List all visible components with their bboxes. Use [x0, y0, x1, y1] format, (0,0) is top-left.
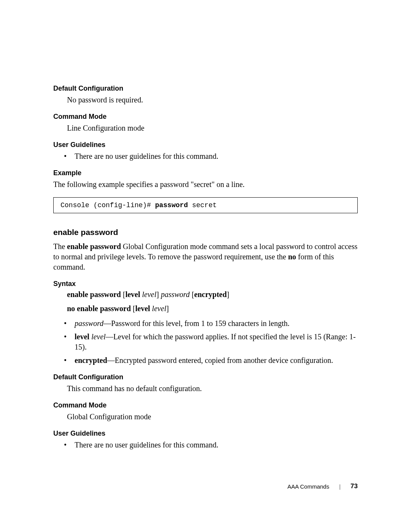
- dash-separator: —: [104, 319, 111, 328]
- section-enable-password: enable password The enable password Glob…: [53, 228, 358, 272]
- heading-command-mode: Command Mode: [53, 113, 358, 121]
- bullet-list: There are no user guidelines for this co…: [53, 151, 358, 161]
- heading-command-mode: Command Mode: [53, 401, 358, 409]
- syntax-bracket: ]: [227, 290, 229, 299]
- syntax-line-2: no enable password [level level]: [53, 304, 358, 313]
- body-text: This command has no default configuratio…: [53, 383, 358, 394]
- list-item: There are no user guidelines for this co…: [53, 151, 358, 161]
- syntax-bracket: ]: [156, 290, 161, 299]
- bullet-list: There are no user guidelines for this co…: [53, 440, 358, 450]
- body-text: The following example specifies a passwo…: [53, 179, 358, 190]
- param-name-bold: encrypted: [75, 356, 107, 364]
- section-syntax: Syntax enable password [level level] pas…: [53, 280, 358, 366]
- syntax-bullet-list: password—Password for this level, from 1…: [53, 318, 358, 366]
- heading-default-configuration: Default Configuration: [53, 373, 358, 381]
- footer-page-number: 73: [350, 482, 358, 490]
- section-default-configuration-2: Default Configuration This command has n…: [53, 373, 358, 394]
- page-footer: AAA Commands | 73: [287, 482, 358, 490]
- heading-enable-password: enable password: [53, 228, 358, 237]
- body-text: Line Configuration mode: [53, 123, 358, 133]
- syntax-variable: password: [161, 290, 192, 299]
- syntax-variable: level: [142, 290, 156, 299]
- dash-separator: —: [106, 332, 113, 341]
- section-command-mode-1: Command Mode Line Configuration mode: [53, 113, 358, 133]
- heading-user-guidelines: User Guidelines: [53, 141, 358, 149]
- heading-example: Example: [53, 169, 358, 177]
- code-prefix: Console (config-line)#: [61, 201, 155, 209]
- bold-term: enable password: [67, 242, 121, 251]
- syntax-token: level: [135, 304, 152, 313]
- code-block: Console (config-line)# password secret: [53, 197, 358, 213]
- section-example: Example The following example specifies …: [53, 169, 358, 213]
- section-user-guidelines-2: User Guidelines There are no user guidel…: [53, 430, 358, 450]
- list-item: encrypted—Encrypted password entered, co…: [53, 355, 358, 366]
- heading-user-guidelines: User Guidelines: [53, 430, 358, 438]
- param-name-italic: password: [75, 319, 104, 328]
- section-command-mode-2: Command Mode Global Configuration mode: [53, 401, 358, 422]
- syntax-bracket: ]: [166, 304, 169, 313]
- param-desc: Encrypted password entered, copied from …: [115, 356, 333, 364]
- syntax-token: no enable password: [67, 304, 133, 313]
- footer-section-label: AAA Commands: [287, 483, 329, 490]
- heading-default-configuration: Default Configuration: [53, 85, 358, 93]
- footer-separator: |: [339, 483, 341, 490]
- list-item: level level—Level for which the password…: [53, 332, 358, 352]
- syntax-line-1: enable password [level level] password […: [53, 290, 358, 299]
- syntax-token: enable password: [67, 290, 123, 299]
- body-paragraph: The enable password Global Configuration…: [53, 241, 358, 272]
- param-desc: Level for which the password applies. If…: [75, 332, 356, 351]
- body-text: Global Configuration mode: [53, 412, 358, 422]
- list-item: There are no user guidelines for this co…: [53, 440, 358, 450]
- list-item: password—Password for this level, from 1…: [53, 318, 358, 329]
- param-name-italic: level: [91, 332, 106, 341]
- syntax-variable: level: [152, 304, 166, 313]
- param-name-bold: level: [75, 332, 91, 341]
- code-command: password: [155, 201, 188, 209]
- text-fragment: The: [53, 242, 67, 251]
- bold-term: no: [288, 252, 296, 261]
- code-suffix: secret: [188, 201, 217, 209]
- syntax-token: encrypted: [194, 290, 227, 299]
- body-text: No password is required.: [53, 95, 358, 105]
- syntax-token: level: [125, 290, 142, 299]
- dash-separator: —: [107, 356, 115, 364]
- section-default-configuration-1: Default Configuration No password is req…: [53, 85, 358, 105]
- param-desc: Password for this level, from 1 to 159 c…: [111, 319, 290, 328]
- document-page: Default Configuration No password is req…: [0, 0, 411, 532]
- heading-syntax: Syntax: [53, 280, 358, 288]
- section-user-guidelines-1: User Guidelines There are no user guidel…: [53, 141, 358, 161]
